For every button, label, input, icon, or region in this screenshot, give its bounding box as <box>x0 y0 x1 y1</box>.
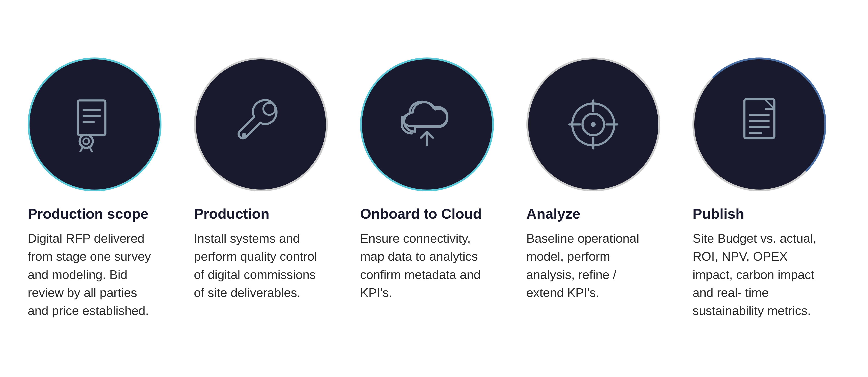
svg-rect-0 <box>78 100 105 135</box>
circle-analyze <box>526 57 660 192</box>
svg-line-5 <box>80 147 83 152</box>
step-analyze: Analyze Baseline operational model, perf… <box>517 57 683 302</box>
step-publish: Publish Site Budget vs. actual, ROI, NPV… <box>683 57 849 320</box>
main-container: Production scope Digital RFP delivered f… <box>0 44 868 334</box>
cloud-upload-icon <box>397 94 457 154</box>
svg-point-4 <box>80 135 93 148</box>
svg-point-7 <box>83 138 89 144</box>
desc-production: Install systems and perform quality cont… <box>194 229 323 301</box>
svg-point-8 <box>242 133 246 138</box>
title-production-scope: Production scope <box>28 205 149 222</box>
desc-onboard-cloud: Ensure connectivity, map data to analyti… <box>360 229 489 301</box>
desc-analyze: Baseline operational model, perform anal… <box>526 229 656 301</box>
circle-onboard-cloud <box>360 57 494 192</box>
step-onboard-cloud: Onboard to Cloud Ensure connectivity, ma… <box>351 57 517 302</box>
title-onboard-cloud: Onboard to Cloud <box>360 205 482 222</box>
step-production: Production Install systems and perform q… <box>185 57 351 302</box>
step-production-scope: Production scope Digital RFP delivered f… <box>19 57 185 320</box>
document-lines-icon <box>730 94 789 154</box>
svg-line-6 <box>90 147 92 152</box>
desc-publish: Site Budget vs. actual, ROI, NPV, OPEX i… <box>692 229 822 320</box>
svg-point-9 <box>263 103 275 115</box>
crosshair-icon <box>563 94 623 154</box>
circle-publish <box>692 57 826 192</box>
circle-production <box>194 57 328 192</box>
desc-production-scope: Digital RFP delivered from stage one sur… <box>28 229 157 320</box>
title-analyze: Analyze <box>526 205 580 222</box>
circle-production-scope <box>28 57 161 192</box>
svg-point-17 <box>591 122 596 127</box>
title-publish: Publish <box>692 205 744 222</box>
title-production: Production <box>194 205 270 222</box>
document-certificate-icon <box>65 94 125 154</box>
wrench-icon <box>231 94 291 154</box>
